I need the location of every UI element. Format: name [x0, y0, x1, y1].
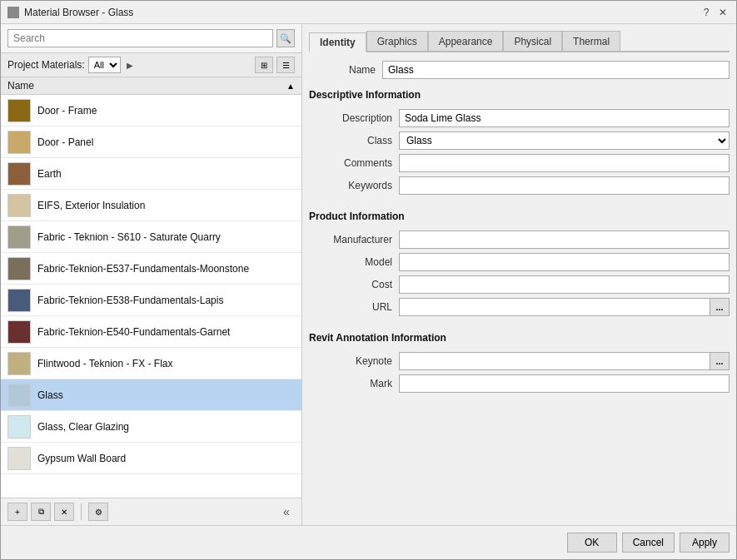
- list-item[interactable]: Gypsum Wall Board: [1, 443, 301, 474]
- bottom-icon-group: + ⧉ ✕: [7, 503, 74, 521]
- model-row: Model: [309, 253, 730, 271]
- material-thumbnail: [7, 320, 31, 344]
- filter-icons: ⊞ ☰: [255, 57, 295, 73]
- keywords-row: Keywords: [309, 176, 730, 195]
- cost-input[interactable]: [399, 275, 730, 294]
- apply-button[interactable]: Apply: [680, 533, 730, 553]
- settings-button[interactable]: ⚙: [88, 503, 108, 521]
- manufacturer-row: Manufacturer: [309, 230, 730, 249]
- window-title: Material Browser - Glass: [24, 7, 133, 18]
- material-name: Earth: [37, 168, 62, 180]
- left-panel: 🔍 Project Materials: All ▶ ⊞ ☰: [1, 24, 302, 525]
- material-thumbnail: [7, 415, 31, 439]
- material-name: Gypsum Wall Board: [37, 453, 126, 464]
- list-item[interactable]: Fabric - Teknion - S610 - Saturate Quarr…: [1, 221, 301, 253]
- list-item[interactable]: Fabric-Teknion-E537-Fundamentals-Moonsto…: [1, 253, 301, 285]
- material-name-input[interactable]: [382, 61, 730, 79]
- material-name: Glass, Clear Glazing: [37, 421, 129, 433]
- manufacturer-input[interactable]: [399, 230, 730, 249]
- mark-row: Mark: [309, 374, 730, 393]
- class-select[interactable]: Glass Metal Wood Concrete: [399, 131, 730, 150]
- panels-wrapper: 🔍 Project Materials: All ▶ ⊞ ☰: [1, 24, 736, 525]
- purge-button[interactable]: ✕: [54, 503, 74, 521]
- mark-input[interactable]: [399, 374, 730, 393]
- list-item[interactable]: Earth: [1, 158, 301, 190]
- url-input[interactable]: [399, 298, 710, 316]
- close-button[interactable]: ✕: [716, 6, 730, 19]
- footer-buttons: OK Cancel Apply: [1, 525, 736, 559]
- scroll-top-icon: ▲: [286, 82, 295, 91]
- purge-icon: ✕: [61, 508, 67, 517]
- tab-bar: Identity Graphics Appearance Physical Th…: [309, 31, 730, 52]
- search-input[interactable]: [7, 29, 273, 47]
- help-button[interactable]: ?: [700, 6, 713, 19]
- comments-input[interactable]: [399, 154, 730, 172]
- product-section-header: Product Information: [309, 211, 730, 224]
- tab-appearance[interactable]: Appearance: [428, 31, 504, 51]
- description-input[interactable]: [399, 109, 730, 127]
- material-name: Flintwood - Teknion - FX - Flax: [37, 358, 173, 369]
- material-name: Fabric - Teknion - S610 - Saturate Quarr…: [37, 231, 221, 243]
- description-row: Description: [309, 109, 730, 127]
- collapse-button[interactable]: «: [278, 503, 295, 520]
- material-name: Fabric-Teknion-E538-Fundamentals-Lapis: [37, 295, 223, 306]
- material-name: EIFS, Exterior Insulation: [37, 200, 145, 211]
- material-thumbnail: [7, 384, 31, 407]
- filter-arrow-icon[interactable]: ▶: [124, 59, 136, 71]
- grid-icon: ⊞: [261, 61, 267, 70]
- list-item[interactable]: Fabric-Teknion-E538-Fundamentals-Lapis: [1, 285, 301, 316]
- tab-thermal[interactable]: Thermal: [562, 31, 620, 51]
- tab-graphics[interactable]: Graphics: [366, 31, 428, 51]
- url-row: URL ...: [309, 298, 730, 316]
- url-field-group: ...: [399, 298, 730, 316]
- right-panel: Identity Graphics Appearance Physical Th…: [302, 24, 736, 525]
- list-item[interactable]: Glass, Clear Glazing: [1, 411, 301, 443]
- ok-button[interactable]: OK: [567, 533, 617, 553]
- duplicate-button[interactable]: ⧉: [31, 503, 51, 521]
- list-item[interactable]: Door - Panel: [1, 126, 301, 158]
- material-list-header: Name ▲: [1, 77, 301, 95]
- model-label: Model: [309, 256, 392, 268]
- tab-identity[interactable]: Identity: [309, 32, 366, 52]
- list-item[interactable]: Flintwood - Teknion - FX - Flax: [1, 348, 301, 379]
- view-list-button[interactable]: ☰: [276, 57, 295, 73]
- description-label: Description: [309, 112, 392, 124]
- keynote-browse-button[interactable]: ...: [710, 352, 730, 370]
- manufacturer-label: Manufacturer: [309, 234, 392, 245]
- material-thumbnail: [7, 225, 31, 249]
- material-name: Door - Frame: [37, 105, 97, 116]
- title-bar-controls: ? ✕: [700, 6, 730, 19]
- tab-physical[interactable]: Physical: [503, 31, 562, 51]
- add-icon: +: [15, 508, 20, 517]
- view-grid-button[interactable]: ⊞: [255, 57, 273, 73]
- material-browser-window: Material Browser - Glass ? ✕ 🔍 Project M…: [0, 0, 737, 560]
- filter-dropdown[interactable]: All: [88, 57, 121, 73]
- keywords-input[interactable]: [399, 176, 730, 195]
- comments-row: Comments: [309, 154, 730, 172]
- class-label: Class: [309, 135, 392, 146]
- model-input[interactable]: [399, 253, 730, 271]
- keynote-label: Keynote: [309, 355, 392, 367]
- material-thumbnail: [7, 447, 31, 470]
- list-icon: ☰: [282, 61, 290, 70]
- list-item[interactable]: Fabric-Teknion-E540-Fundamentals-Garnet: [1, 316, 301, 348]
- list-item[interactable]: Glass: [1, 379, 301, 411]
- descriptive-section-header: Descriptive Information: [309, 89, 730, 102]
- cancel-button[interactable]: Cancel: [622, 533, 675, 553]
- material-thumbnail: [7, 257, 31, 280]
- material-thumbnail: [7, 352, 31, 375]
- add-material-button[interactable]: +: [7, 503, 27, 521]
- cost-label: Cost: [309, 279, 392, 290]
- url-browse-button[interactable]: ...: [710, 298, 730, 316]
- material-thumbnail: [7, 289, 31, 312]
- left-panel-bottom-bar: + ⧉ ✕ ⚙ «: [1, 498, 301, 525]
- material-thumbnail: [7, 194, 31, 217]
- search-button[interactable]: 🔍: [276, 29, 295, 47]
- list-item[interactable]: Door - Frame: [1, 95, 301, 126]
- list-item[interactable]: EIFS, Exterior Insulation: [1, 190, 301, 221]
- descriptive-section: Descriptive Information Description Clas…: [309, 89, 730, 199]
- separator: [81, 503, 82, 520]
- material-list[interactable]: Door - Frame Door - Panel Earth EIFS, Ex…: [1, 95, 301, 498]
- revit-section: Revit Annotation Information Keynote ...…: [309, 332, 730, 397]
- keynote-input[interactable]: [399, 352, 710, 370]
